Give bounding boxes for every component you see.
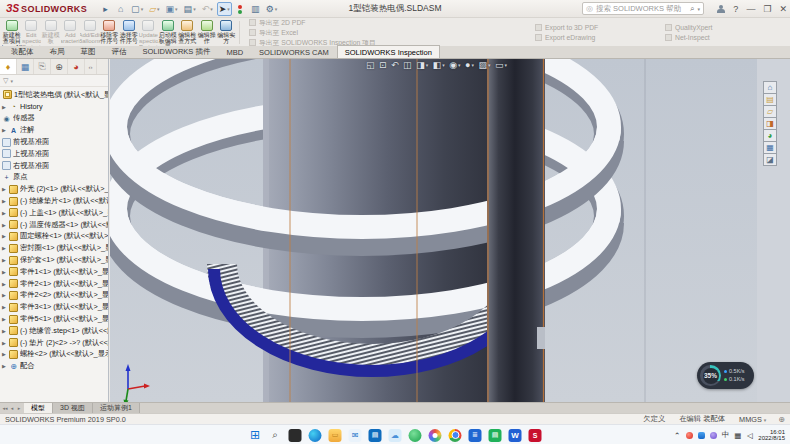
- launch-template-editor-button[interactable]: 启动模 板编辑 器: [158, 19, 178, 46]
- scroll-first-icon[interactable]: ◂◂: [2, 405, 8, 411]
- tree-item[interactable]: ▶ 配合: [0, 360, 108, 372]
- search-icon[interactable]: ⌕: [690, 4, 694, 14]
- ribbon-tab[interactable]: 评估: [104, 44, 135, 58]
- document-tab[interactable]: 运动算例1: [93, 403, 140, 413]
- tab-property-manager[interactable]: ▦: [17, 59, 34, 74]
- tree-filter-row[interactable]: ▽ ▾: [0, 75, 108, 87]
- tree-item[interactable]: ▶ 外壳 (2)<1> (默认<<默认>_显示状态: [0, 183, 108, 195]
- tree-item[interactable]: ▶ (-) 绝缘垫片<1> (默认<<默认>_显示: [0, 195, 108, 207]
- dark-app-icon[interactable]: ▪: [289, 429, 302, 442]
- tab-display-manager[interactable]: ◕: [68, 59, 85, 74]
- tab-scroll-arrows[interactable]: ‹›: [85, 59, 97, 74]
- ribbon-tab[interactable]: SOLIDWORKS CAM: [251, 45, 337, 58]
- zoom-area-icon[interactable]: ⊡ ▾: [379, 60, 387, 70]
- tree-item[interactable]: ▶ History: [0, 101, 108, 113]
- expand-arrow-icon[interactable]: ▶: [2, 210, 9, 216]
- tree-item[interactable]: ▶ 前视基准面: [0, 136, 108, 148]
- ribbon-tab[interactable]: 布局: [42, 44, 73, 58]
- help-button[interactable]: ?: [733, 4, 738, 14]
- options-icon[interactable]: ⚙ ▾: [264, 2, 280, 16]
- edit-appearance-icon[interactable]: ● ▾: [465, 60, 474, 70]
- ribbon-tab[interactable]: 草图: [73, 44, 104, 58]
- expand-arrow-icon[interactable]: ▶: [2, 222, 9, 228]
- new-file-icon[interactable]: ▢ ▾: [129, 2, 145, 16]
- keyboard-icon[interactable]: ▦: [734, 431, 741, 440]
- tree-item[interactable]: ▶ 上视基准面: [0, 148, 108, 160]
- model-3d-view[interactable]: [110, 59, 757, 402]
- tray-expand-icon[interactable]: ⌃: [674, 431, 681, 440]
- tree-item[interactable]: ▶ 零件2<2> (默认<<默认>_显示状: [0, 290, 108, 302]
- new-inspection-project-button[interactable]: 新建检查项目 (amp;N): [2, 19, 22, 46]
- net-speed-widget[interactable]: 35% 0.5K/s 0.1K/s: [697, 362, 754, 389]
- expand-arrow-icon[interactable]: ▶: [2, 292, 9, 298]
- tree-item[interactable]: ▶ (-) 温度传感器<1> (默认<<默认>_: [0, 219, 108, 231]
- ribbon-tab[interactable]: MBD: [218, 45, 251, 58]
- tree-item[interactable]: ▶ 零件1<1> (默认<<默认>_显示状态: [0, 266, 108, 278]
- unit-system-selector[interactable]: MMGS ▾: [739, 415, 766, 424]
- document-tab[interactable]: 3D 视图: [53, 403, 93, 413]
- tree-root-item[interactable]: 1型铠装热电偶 (默认<默认_显示状态-1: [0, 89, 108, 101]
- expand-arrow-icon[interactable]: ▶: [2, 245, 9, 251]
- mail-icon[interactable]: ✉: [349, 429, 362, 442]
- expand-arrow-icon[interactable]: ▶: [2, 316, 9, 322]
- login-icon[interactable]: [717, 5, 725, 14]
- zoom-fit-icon[interactable]: ◱ ▾: [366, 60, 375, 70]
- expand-arrow-icon[interactable]: ▶: [2, 104, 9, 110]
- search-button[interactable]: ⌕: [269, 429, 282, 442]
- print-icon[interactable]: ▤ ▾: [182, 2, 198, 16]
- expand-arrow-icon[interactable]: ▶: [2, 304, 9, 310]
- expand-arrow-icon[interactable]: ▶: [2, 351, 9, 357]
- tree-item[interactable]: ▶ 注解: [0, 124, 108, 136]
- tree-item[interactable]: ▶ 零件2<1> (默认<<默认>_显示状: [0, 278, 108, 290]
- previous-view-icon[interactable]: ↶ ▾: [391, 60, 399, 70]
- tab-feature-tree[interactable]: ♦: [0, 59, 17, 74]
- file-properties-icon[interactable]: ▥ ▾: [249, 2, 262, 16]
- tab-dimxpert-manager[interactable]: ⊕: [51, 59, 68, 74]
- edit-actual-button[interactable]: 编辑实 方: [217, 19, 237, 46]
- close-button[interactable]: ✕: [779, 4, 787, 14]
- export-menu-item[interactable]: Export eDrawing: [535, 34, 647, 42]
- edge-browser-icon[interactable]: [309, 429, 322, 442]
- minimize-button[interactable]: —: [746, 4, 755, 14]
- tab-scroll-buttons[interactable]: ◂◂ ◂ ▸: [0, 403, 24, 413]
- expand-arrow-icon[interactable]: ▶: [2, 281, 9, 287]
- open-file-icon[interactable]: ▱ ▾: [147, 2, 161, 16]
- tree-item[interactable]: ▶ 保护套<1> (默认<<默认>_显示状: [0, 254, 108, 266]
- edit-inspection-method-button[interactable]: 编辑检 查方式: [178, 19, 198, 46]
- search-dropdown-icon[interactable]: ▾: [697, 6, 700, 12]
- quality-menu-item[interactable]: Net-Inspect: [665, 34, 757, 42]
- solidworks-taskbar-icon[interactable]: S: [529, 429, 542, 442]
- home-icon[interactable]: ⌂ ▾: [114, 2, 127, 16]
- expand-arrow-icon[interactable]: ▶: [2, 233, 9, 239]
- taskbar-clock[interactable]: 16:01 2022/8/15: [758, 429, 785, 442]
- add-edit-balloons-button[interactable]: Add/Edit Balloons: [80, 19, 100, 46]
- forum-icon[interactable]: ◪: [763, 153, 777, 166]
- tree-item[interactable]: ▶ 螺栓<2> (默认<<默认>_显示状态: [0, 349, 108, 361]
- select-balloons-button[interactable]: 选择零 件序号: [119, 19, 139, 46]
- ribbon-tab[interactable]: SOLIDWORKS 插件: [135, 44, 219, 58]
- tree-item[interactable]: ▶ 零件3<1> (默认<<默认>_显示状: [0, 301, 108, 313]
- save-icon[interactable]: ▣ ▾: [164, 2, 180, 16]
- blue-book-app-icon[interactable]: ≣: [469, 429, 482, 442]
- tray-app1-icon[interactable]: [686, 432, 693, 439]
- expand-arrow-icon[interactable]: ▶: [2, 257, 9, 263]
- add-characteristic-button[interactable]: Add Characteristic: [61, 19, 81, 46]
- display-style-icon[interactable]: ◧ ▾: [433, 60, 445, 70]
- expand-arrow-icon[interactable]: ▶: [2, 269, 9, 275]
- tree-item[interactable]: ▶ 右视基准面: [0, 160, 108, 172]
- ribbon-tab[interactable]: SOLIDWORKS Inspection: [337, 45, 440, 58]
- scroll-left-icon[interactable]: ◂: [9, 405, 15, 411]
- store-icon[interactable]: ▤: [369, 429, 382, 442]
- edit-operation-button[interactable]: 编辑操 作: [197, 19, 217, 46]
- ribbon-tab[interactable]: 装配体: [3, 44, 42, 58]
- scroll-right-icon[interactable]: ▸: [16, 405, 22, 411]
- expand-arrow-icon[interactable]: ▶: [2, 363, 9, 369]
- update-inspection-project-button[interactable]: Update Inspection Project: [139, 19, 159, 46]
- status-globe-icon[interactable]: ⊕: [778, 415, 785, 424]
- wps-office-icon[interactable]: W: [509, 429, 522, 442]
- new-template-button[interactable]: 新建模板: [41, 19, 61, 46]
- weather-icon[interactable]: ☁: [389, 429, 402, 442]
- chrome-icon[interactable]: [449, 429, 462, 442]
- expand-arrow-icon[interactable]: ▶: [2, 198, 9, 204]
- view-orientation-icon[interactable]: ◨ ▾: [416, 60, 428, 70]
